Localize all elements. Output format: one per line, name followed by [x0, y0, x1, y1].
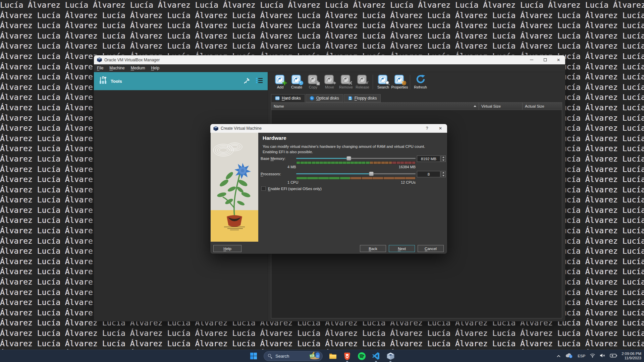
media-tabs: Hard disksOptical disksFloppy disks — [268, 94, 565, 102]
wallpaper-text-row: Álvarez Lucía Álvarez Lucía Álvarez Lucí… — [0, 328, 644, 339]
tab-floppy-disks[interactable]: Floppy disks — [344, 94, 381, 102]
cancel-button[interactable]: Cancel — [418, 245, 444, 252]
next-button[interactable]: Next — [389, 245, 415, 252]
onedrive-sync-icon[interactable] — [565, 353, 573, 360]
help-button[interactable]: Help — [213, 245, 241, 252]
remove-button: Remove — [338, 73, 354, 89]
maximize-icon[interactable] — [538, 55, 552, 64]
search-box[interactable]: Search — [264, 351, 323, 361]
processors-label: Processors: — [261, 172, 281, 176]
create-button[interactable]: Create — [288, 73, 305, 89]
toolbar-separator — [373, 75, 373, 89]
virtualbox-taskbar-icon[interactable] — [386, 351, 395, 361]
base-memory-slider[interactable] — [296, 156, 416, 161]
toolbar-label: Create — [291, 85, 302, 89]
minimize-icon[interactable] — [525, 55, 538, 64]
disk-create-icon — [291, 73, 303, 85]
hardware-description-line1: You can modify virtual machine's hardwar… — [263, 144, 425, 149]
floppy-disk-icon — [348, 96, 353, 101]
clock[interactable]: 2:09:06 PM 11/9/2023 — [622, 352, 641, 361]
spotify-icon[interactable] — [357, 351, 366, 361]
processors-max-label: 12 CPUs — [401, 180, 416, 184]
wallpaper-text-row: Álvarez Lucía Álvarez Lucía Álvarez Lucí… — [0, 41, 644, 51]
toolbar-label: Search — [377, 85, 389, 89]
add-button[interactable]: Add — [272, 73, 288, 89]
vscode-icon[interactable] — [372, 351, 380, 361]
pin-icon[interactable] — [244, 77, 250, 85]
enable-efi-checkbox[interactable] — [261, 186, 266, 191]
base-memory-tickmarks — [296, 161, 416, 164]
toolbar-label: Copy — [309, 85, 318, 89]
menu-item-file[interactable]: File — [94, 64, 106, 72]
wallpaper-text-row: Álvarez Lucía Álvarez Lucía Álvarez Lucí… — [0, 20, 644, 31]
column-header-actual-size[interactable]: Actual Size — [522, 103, 562, 110]
disk-search-icon — [378, 73, 389, 85]
disk-copy-icon — [308, 73, 319, 85]
spin-down-icon[interactable] — [441, 174, 445, 177]
menu-item-machine[interactable]: Machine — [106, 64, 127, 72]
tab-optical-disks[interactable]: Optical disks — [306, 94, 343, 102]
wallpaper-text-row: Álvarez Lucía Álvarez Lucía Álvarez Lucí… — [0, 339, 644, 349]
processors-slider[interactable] — [296, 172, 416, 176]
close-icon[interactable]: ✕ — [434, 124, 447, 133]
menu-item-medium[interactable]: Medium — [128, 64, 148, 72]
brave-browser-icon[interactable] — [343, 351, 352, 361]
processors-tickmarks — [296, 177, 416, 180]
dialog-title: Create Virtual Machine — [221, 126, 262, 131]
tools-icon — [99, 76, 107, 86]
base-memory-slider-handle[interactable] — [346, 156, 351, 161]
wallpaper-text-row: Lucía Álvarez Lucía Álvarez Lucía Álvare… — [0, 0, 644, 10]
processors-min-label: 1 CPU — [287, 180, 298, 184]
spin-up-icon[interactable] — [441, 171, 445, 174]
wifi-icon[interactable] — [590, 353, 595, 359]
help-icon[interactable]: ? — [420, 124, 434, 133]
toolbar-label: Refresh — [414, 85, 427, 89]
disk-properties-icon — [394, 73, 406, 85]
wizard-illustration — [211, 133, 258, 242]
hardware-description-line2: Enabling EFI is also possible. — [263, 149, 313, 155]
properties-button[interactable]: Properties — [391, 73, 408, 89]
volume-muted-icon[interactable] — [600, 353, 605, 359]
base-memory-spinner[interactable] — [441, 156, 446, 162]
processors-slider-handle[interactable] — [369, 172, 374, 176]
copy-button: Copy — [305, 73, 321, 89]
battery-charging-icon[interactable] — [610, 353, 617, 359]
list-view-icon[interactable] — [256, 77, 263, 85]
disk-add-icon — [275, 73, 286, 85]
close-icon[interactable]: ✕ — [552, 55, 565, 64]
dialog-titlebar[interactable]: Create Virtual Machine ? ✕ — [210, 124, 447, 133]
tray-chevron-up-icon[interactable] — [556, 353, 561, 359]
column-header-name[interactable]: Name — [271, 104, 479, 108]
file-explorer-icon[interactable] — [328, 351, 337, 361]
refresh-button[interactable]: Refresh — [412, 73, 429, 89]
back-button[interactable]: Back — [360, 245, 386, 252]
base-memory-value-field[interactable]: 8192 MB — [417, 156, 440, 162]
toolbar-label: Remove — [339, 85, 353, 89]
start-button[interactable] — [249, 351, 258, 361]
hard-disk-icon — [275, 96, 280, 101]
language-indicator[interactable]: ESP — [578, 354, 585, 358]
tray-date: 11/9/2023 — [622, 356, 641, 361]
spin-down-icon[interactable] — [441, 159, 445, 162]
processors-value-field[interactable]: 8 — [417, 171, 440, 177]
search-highlight-doodle-icon[interactable] — [309, 351, 321, 361]
disk-remove-icon — [340, 73, 352, 85]
virtualbox-dialog-icon — [213, 126, 218, 131]
toolbar-label: Add — [277, 85, 284, 89]
manager-titlebar[interactable]: Oracle VM VirtualBox Manager ✕ — [94, 55, 565, 64]
optical-disk-icon — [310, 96, 314, 101]
column-header-virtual-size[interactable]: Virtual Size — [479, 103, 522, 110]
menu-item-help[interactable]: Help — [148, 64, 162, 72]
manager-window-title: Oracle VM VirtualBox Manager — [104, 58, 160, 62]
toolbar-label: Properties — [391, 85, 408, 89]
move-button: Move — [321, 73, 338, 89]
search-button[interactable]: Search — [375, 73, 391, 89]
processors-spinner[interactable] — [441, 171, 446, 177]
tab-hard-disks[interactable]: Hard disks — [271, 94, 305, 102]
release-button: Release — [354, 73, 371, 89]
tools-header[interactable]: Tools — [94, 72, 268, 90]
spin-up-icon[interactable] — [441, 156, 445, 159]
toolbar-label: Move — [325, 85, 334, 89]
enable-efi-label: Enable EFI (special OSes only) — [268, 187, 322, 191]
disk-move-icon — [324, 73, 335, 85]
